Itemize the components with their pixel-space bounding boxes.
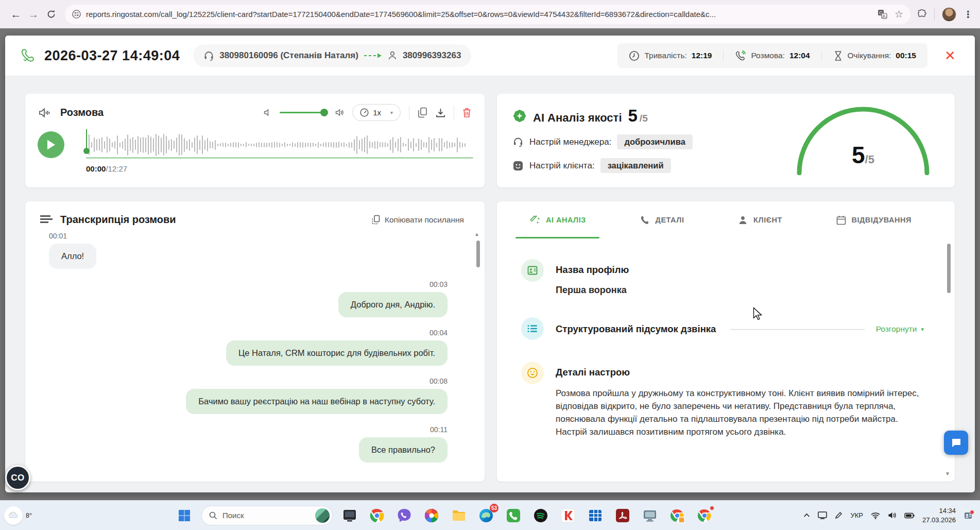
translate-icon[interactable]: Gあ bbox=[878, 9, 887, 19]
table-app-icon[interactable] bbox=[585, 505, 606, 526]
tab-client[interactable]: КЛІЄНТ bbox=[731, 201, 789, 238]
tray-notification-icon[interactable] bbox=[964, 511, 973, 520]
analysis-content: Назва профілю Перша воронка Структурован… bbox=[497, 238, 955, 439]
player-title: Розмова bbox=[60, 107, 104, 118]
bookmark-star-icon[interactable]: ☆ bbox=[895, 8, 903, 20]
playback-speed-select[interactable]: 1x ▾ bbox=[352, 104, 401, 121]
ringostat-icon[interactable] bbox=[503, 505, 524, 526]
summary-list-icon bbox=[521, 317, 544, 340]
address-bar[interactable]: reports.ringostat.com/call_log/125225/cl… bbox=[65, 5, 910, 24]
copy-icon[interactable] bbox=[418, 107, 427, 118]
chrome-icon[interactable] bbox=[367, 505, 387, 526]
transcript-lines-icon bbox=[40, 214, 53, 226]
chat-launcher-button[interactable] bbox=[944, 431, 968, 455]
message-bubble[interactable]: Все правильно? bbox=[359, 437, 448, 463]
back-icon[interactable]: ← bbox=[7, 6, 25, 23]
scroll-down-arrow-icon[interactable]: ▼ bbox=[945, 471, 950, 476]
tray-chevron-up-icon[interactable] bbox=[803, 513, 810, 518]
dark-app-icon[interactable] bbox=[339, 505, 360, 526]
red-app-icon[interactable] bbox=[558, 505, 578, 526]
start-button[interactable] bbox=[174, 505, 195, 526]
call-datetime: 2026-03-27 14:49:04 bbox=[44, 48, 180, 64]
mood-smiley-icon bbox=[521, 362, 544, 384]
weather-icon bbox=[4, 506, 23, 525]
message-bubble[interactable]: Бачимо вашу реєстрацію на наш вебінар в … bbox=[186, 389, 448, 414]
message-time: 00:04 bbox=[49, 329, 448, 337]
co-screen-widget[interactable]: CO bbox=[5, 465, 30, 490]
download-icon[interactable] bbox=[436, 108, 445, 118]
playhead-dot[interactable] bbox=[83, 148, 90, 154]
language-indicator[interactable]: УКР bbox=[850, 511, 863, 519]
taskbar-search[interactable]: Поиск bbox=[201, 506, 333, 525]
call-parties-pill: 380980160096 (Степанів Наталя) 380996393… bbox=[193, 44, 471, 67]
spotify-icon[interactable] bbox=[530, 505, 551, 526]
call-phone-icon bbox=[21, 47, 37, 64]
tab-visits[interactable]: ВІДВІДУВАННЯ bbox=[829, 201, 919, 238]
trash-icon[interactable] bbox=[462, 108, 471, 118]
waveform[interactable] bbox=[86, 128, 473, 161]
viber-icon[interactable] bbox=[394, 505, 415, 526]
expand-label: Розгорнути bbox=[876, 324, 917, 334]
phone-talk-icon bbox=[735, 50, 746, 61]
tray-time: 14:34 bbox=[922, 506, 956, 516]
tray-cast-icon[interactable] bbox=[818, 511, 827, 519]
chrome-active-icon[interactable] bbox=[694, 505, 715, 526]
manager-headset-icon bbox=[512, 136, 524, 148]
profile-value: Перша воронка bbox=[556, 285, 924, 296]
summary-section: Структурований підсумок дзвінка Розгорну… bbox=[521, 317, 924, 340]
message-bubble[interactable]: Доброго дня, Андрію. bbox=[338, 292, 448, 317]
transcript-scrollbar-thumb[interactable] bbox=[476, 241, 480, 267]
volume-knob[interactable] bbox=[320, 109, 328, 116]
weather-widget[interactable]: 8° bbox=[4, 506, 174, 525]
extensions-puzzle-icon[interactable] bbox=[917, 9, 927, 20]
tab-ai-analysis[interactable]: AI АНАЛІЗ bbox=[522, 201, 593, 238]
menu-kebab-icon[interactable]: ⋮ bbox=[964, 9, 973, 20]
client-card-modal: 2026-03-27 14:49:04 380980160096 (Степан… bbox=[5, 36, 975, 492]
player-divider bbox=[409, 106, 409, 120]
speaker-wave-icon bbox=[39, 107, 52, 118]
volume-icon[interactable] bbox=[888, 511, 897, 519]
tray-clock[interactable]: 14:34 27.03.2026 bbox=[922, 506, 956, 524]
message-bubble[interactable]: Алло! bbox=[49, 244, 96, 269]
summary-divider bbox=[730, 329, 864, 330]
manager-mood-label: Настрій менеджера: bbox=[529, 137, 611, 147]
tray-pen-icon[interactable] bbox=[835, 511, 843, 519]
url-text[interactable]: reports.ringostat.com/call_log/125225/cl… bbox=[86, 10, 870, 19]
tab-details[interactable]: ДЕТАЛІ bbox=[633, 201, 692, 238]
battery-icon[interactable] bbox=[904, 512, 915, 519]
chat-bubble-icon bbox=[951, 437, 962, 449]
copy-link-button[interactable]: Копіювати посилання bbox=[372, 215, 464, 225]
windows-taskbar: 8° Поиск 53 bbox=[0, 500, 980, 530]
message-bubble[interactable]: Це Наталя, CRM кошторис для будівельних … bbox=[226, 340, 448, 366]
volume-slider[interactable] bbox=[280, 112, 327, 113]
file-explorer-icon[interactable] bbox=[449, 505, 469, 526]
stat-wait: Очікування: 00:15 bbox=[821, 50, 927, 61]
close-icon[interactable]: ✕ bbox=[941, 46, 959, 65]
photos-pinwheel-icon[interactable] bbox=[421, 505, 442, 526]
volume-low-icon[interactable] bbox=[264, 109, 271, 116]
edge-icon[interactable]: 53 bbox=[476, 505, 496, 526]
copy-link-label: Копіювати посилання bbox=[385, 215, 464, 225]
forward-icon[interactable]: → bbox=[25, 6, 42, 23]
site-settings-icon[interactable] bbox=[72, 10, 81, 19]
time-current: 00:00 bbox=[86, 164, 106, 173]
volume-high-icon[interactable] bbox=[335, 109, 344, 116]
ai-quality-score-max: /5 bbox=[640, 113, 648, 124]
profile-avatar[interactable] bbox=[942, 7, 956, 22]
reload-icon[interactable] bbox=[42, 6, 60, 23]
copy-link-icon bbox=[372, 215, 380, 225]
chrome-profile-icon[interactable] bbox=[667, 505, 687, 526]
ai-seal-icon bbox=[512, 109, 527, 123]
acrobat-icon[interactable] bbox=[612, 505, 633, 526]
stat-talk: Розмова: 12:04 bbox=[723, 50, 821, 61]
wifi-icon[interactable] bbox=[871, 512, 880, 519]
expand-button[interactable]: Розгорнути ▾ bbox=[876, 324, 924, 334]
analysis-scrollbar-thumb[interactable] bbox=[947, 244, 951, 293]
seek-track[interactable] bbox=[86, 157, 473, 159]
playhead-marker[interactable] bbox=[86, 129, 87, 154]
monitor-app-icon[interactable] bbox=[640, 505, 660, 526]
scroll-up-arrow-icon[interactable]: ▲ bbox=[474, 231, 479, 237]
svg-text:あ: あ bbox=[882, 14, 886, 19]
time-display: 00:00/12:27 bbox=[86, 164, 485, 173]
play-button[interactable] bbox=[38, 131, 64, 158]
